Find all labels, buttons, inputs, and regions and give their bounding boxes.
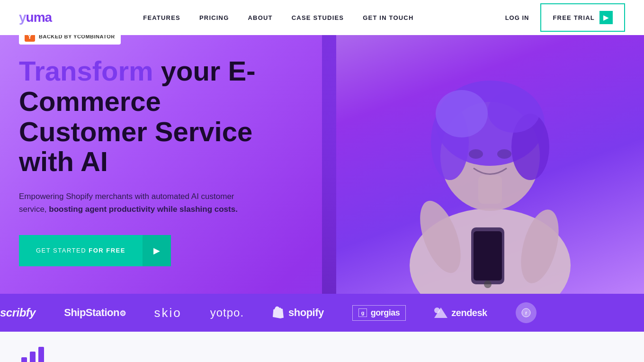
gorgias-label: gorgias xyxy=(371,308,400,318)
bottom-chart-icon xyxy=(19,343,47,362)
partners-strip: scribfy ShipStation⚙ skio yotpo. shopify… xyxy=(0,294,644,332)
hero-section: Y BACKED BY YCOMBINATOR Transform your E… xyxy=(0,0,644,294)
gorgias-icon: g xyxy=(358,308,367,317)
extra-partner-icon: r xyxy=(521,308,531,317)
nav-item-about[interactable]: ABOUT xyxy=(248,13,273,22)
hero-title-highlight: Transform xyxy=(19,55,153,86)
partner-yotpo: yotpo. xyxy=(210,306,244,319)
svg-rect-11 xyxy=(474,231,502,281)
svg-rect-20 xyxy=(30,352,36,362)
hero-subtitle: Empowering Shopify merchants with automa… xyxy=(19,190,246,216)
svg-rect-21 xyxy=(38,347,44,362)
nav-item-get-in-touch[interactable]: GET IN TOUCH xyxy=(363,13,413,22)
svg-point-6 xyxy=(436,90,488,137)
hero-image xyxy=(336,0,644,294)
partner-shipstation: ShipStation⚙ xyxy=(64,307,125,319)
partner-gorgias: g gorgias xyxy=(352,305,406,321)
partner-zendesk: zendesk xyxy=(434,308,487,318)
nav-link-case-studies[interactable]: CASE STUDIES xyxy=(292,14,344,21)
nav-item-pricing[interactable]: PRICING xyxy=(199,13,229,22)
partners-track: scribfy ShipStation⚙ skio yotpo. shopify… xyxy=(0,302,644,323)
bottom-section xyxy=(0,332,644,362)
svg-point-8 xyxy=(469,149,483,159)
shopify-icon xyxy=(272,306,285,320)
hero-person-svg xyxy=(367,28,613,294)
zendesk-icon xyxy=(434,308,447,318)
svg-point-7 xyxy=(488,90,540,133)
partner-skio: skio xyxy=(154,306,181,320)
hero-content: Y BACKED BY YCOMBINATOR Transform your E… xyxy=(19,14,284,266)
partner-shopify: shopify xyxy=(272,306,324,320)
navbar: yuma FEATURES PRICING ABOUT CASE STUDIES… xyxy=(0,0,644,35)
nav-right: LOG IN FREE TRIAL ▶ xyxy=(505,3,625,32)
nav-link-about[interactable]: ABOUT xyxy=(248,14,273,21)
svg-rect-16 xyxy=(434,308,440,313)
logo[interactable]: yuma xyxy=(19,10,52,25)
chart-bar-icon xyxy=(19,343,47,362)
nav-link-pricing[interactable]: PRICING xyxy=(199,14,229,21)
svg-point-9 xyxy=(497,149,511,159)
hero-cta-arrow-icon: ▶ xyxy=(143,235,171,266)
hero-cta-bold: FOR FREE xyxy=(89,247,125,254)
free-trial-label: FREE TRIAL xyxy=(553,14,595,21)
partner-scribfy: scribfy xyxy=(0,306,36,319)
free-trial-arrow-icon: ▶ xyxy=(599,11,613,24)
shopify-label: shopify xyxy=(288,307,324,319)
hero-cta-plain: GET STARTED xyxy=(36,247,89,254)
nav-links: FEATURES PRICING ABOUT CASE STUDIES GET … xyxy=(143,13,413,22)
nav-item-features[interactable]: FEATURES xyxy=(143,13,180,22)
login-button[interactable]: LOG IN xyxy=(505,14,529,21)
hero-cta-button[interactable]: GET STARTED FOR FREE ▶ xyxy=(19,235,171,266)
zendesk-label: zendesk xyxy=(451,308,487,318)
partner-extra: r xyxy=(516,302,537,323)
nav-link-get-in-touch[interactable]: GET IN TOUCH xyxy=(363,14,413,21)
svg-text:r: r xyxy=(525,310,527,316)
hero-subtitle-bold: boosting agent productivity while slashi… xyxy=(49,205,238,214)
svg-rect-19 xyxy=(21,357,27,362)
nav-link-features[interactable]: FEATURES xyxy=(143,14,180,21)
hero-cta-text: GET STARTED FOR FREE xyxy=(19,236,143,264)
hero-person-bg xyxy=(336,0,644,294)
nav-item-case-studies[interactable]: CASE STUDIES xyxy=(292,13,344,22)
svg-point-12 xyxy=(484,281,492,288)
free-trial-button[interactable]: FREE TRIAL ▶ xyxy=(540,3,625,32)
hero-title: Transform your E-Commerce Customer Servi… xyxy=(19,56,284,177)
